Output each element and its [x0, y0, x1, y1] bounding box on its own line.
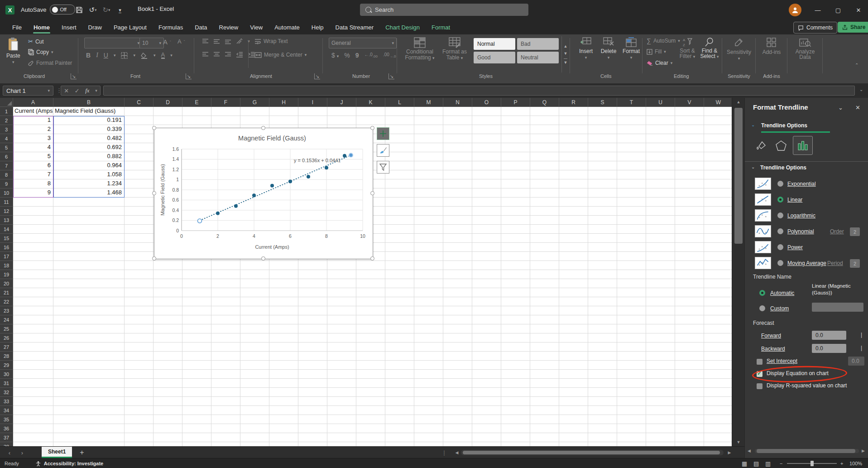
grid-cell[interactable]	[13, 361, 53, 370]
grid-cell[interactable]	[385, 379, 414, 388]
grid-cell[interactable]	[125, 279, 153, 288]
grid-cell[interactable]	[125, 288, 153, 297]
grid-cell[interactable]	[414, 306, 443, 315]
alignment-dialog-launcher[interactable]: ↘	[314, 73, 320, 79]
grid-cell[interactable]	[153, 397, 182, 406]
ribbon-tab-automate[interactable]: Automate	[269, 20, 306, 34]
grid-cell[interactable]	[385, 361, 414, 370]
grid-cell[interactable]	[53, 361, 125, 370]
grid-cell[interactable]	[211, 279, 240, 288]
grid-cell[interactable]	[588, 243, 617, 252]
grid-cell[interactable]	[472, 116, 501, 125]
grid-cell[interactable]	[646, 343, 675, 352]
grid-cell[interactable]	[13, 397, 53, 406]
grid-cell[interactable]	[617, 333, 646, 343]
grid-cell[interactable]	[298, 424, 327, 433]
grid-cell[interactable]	[414, 324, 443, 333]
grid-cell[interactable]	[617, 297, 646, 306]
grid-cell[interactable]: 2	[13, 125, 53, 134]
grid-cell[interactable]	[385, 234, 414, 243]
grid-cell[interactable]	[646, 370, 675, 379]
underline-button[interactable]: U	[104, 52, 108, 59]
grid-cell[interactable]	[298, 297, 327, 306]
grid-cell[interactable]	[559, 442, 588, 446]
set-intercept-label[interactable]: Set Intercept	[767, 358, 797, 364]
grid-cell[interactable]	[53, 225, 125, 234]
grid-cell[interactable]	[704, 288, 732, 297]
horizontal-scroll-thumb[interactable]	[463, 451, 720, 454]
grid-cell[interactable]	[472, 343, 501, 352]
grid-cell[interactable]	[704, 207, 732, 216]
grid-cell[interactable]	[501, 198, 530, 207]
grid-cell[interactable]	[327, 116, 356, 125]
grid-cell[interactable]	[501, 397, 530, 406]
grid-cell[interactable]	[559, 234, 588, 243]
grid-cell[interactable]	[559, 379, 588, 388]
grid-cell[interactable]	[53, 216, 125, 225]
grid-cell[interactable]	[125, 424, 153, 433]
align-right-icon[interactable]	[225, 52, 231, 58]
grid-cell[interactable]	[327, 370, 356, 379]
grid-cell[interactable]	[559, 352, 588, 361]
grid-cell[interactable]	[472, 442, 501, 446]
grid-cell[interactable]	[675, 388, 704, 397]
grid-cell[interactable]	[269, 415, 298, 424]
bold-button[interactable]: B	[86, 52, 91, 59]
grid-cell[interactable]	[211, 424, 240, 433]
search-box[interactable]: Search	[360, 4, 528, 16]
grid-cell[interactable]	[240, 442, 269, 446]
grid-cell[interactable]	[530, 361, 559, 370]
format-cells-button[interactable]: Format▾	[621, 37, 641, 60]
grid-cell[interactable]	[704, 216, 732, 225]
grid-cell[interactable]	[125, 324, 153, 333]
grid-cell[interactable]	[53, 288, 125, 297]
chart-filters-button[interactable]	[377, 161, 389, 174]
grid-cell[interactable]	[617, 216, 646, 225]
grid-cell[interactable]	[53, 297, 125, 306]
row-header-17[interactable]: 17	[0, 252, 13, 261]
grid-cell[interactable]	[646, 424, 675, 433]
grid-cell[interactable]	[646, 279, 675, 288]
cell-style-neutral[interactable]: Neutral	[517, 52, 559, 63]
grid-cell[interactable]	[443, 324, 472, 333]
grid-cell[interactable]	[675, 170, 704, 179]
grid-cell[interactable]	[356, 433, 385, 442]
grid-cell[interactable]	[414, 442, 443, 446]
grid-cell[interactable]	[13, 442, 53, 446]
grid-cell[interactable]	[269, 361, 298, 370]
grid-cell[interactable]	[327, 397, 356, 406]
grid-cell[interactable]	[182, 397, 211, 406]
grid-cell[interactable]	[240, 270, 269, 279]
grid-cell[interactable]	[530, 279, 559, 288]
grid-cell[interactable]	[472, 134, 501, 143]
align-middle-icon[interactable]	[213, 39, 220, 44]
row-header-12[interactable]: 12	[0, 207, 13, 216]
grid-cell[interactable]	[617, 324, 646, 333]
grid-cell[interactable]	[559, 252, 588, 261]
fx-chevron-icon[interactable]: ▾	[95, 88, 97, 93]
column-header-F[interactable]: F	[211, 98, 240, 107]
grid-cell[interactable]	[414, 170, 443, 179]
grid-cell[interactable]	[240, 333, 269, 343]
grid-cell[interactable]	[298, 324, 327, 333]
grid-cell[interactable]	[153, 388, 182, 397]
grid-cell[interactable]	[646, 397, 675, 406]
grid-cell[interactable]	[588, 134, 617, 143]
grid-cell[interactable]	[501, 207, 530, 216]
grid-cell[interactable]	[182, 315, 211, 324]
grid-cell[interactable]	[588, 324, 617, 333]
grid-cell[interactable]	[125, 134, 153, 143]
grid-cell[interactable]	[472, 297, 501, 306]
pane-section-label[interactable]: Trendline Options	[761, 122, 807, 129]
column-header-H[interactable]: H	[269, 98, 298, 107]
name-box[interactable]: Chart 1▾	[3, 86, 53, 96]
grid-cell[interactable]	[13, 379, 53, 388]
grid-cell[interactable]	[240, 315, 269, 324]
grid-cell[interactable]	[501, 143, 530, 152]
font-color-icon[interactable]: A	[161, 52, 165, 59]
grid-cell[interactable]	[182, 116, 211, 125]
grid-cell[interactable]	[704, 198, 732, 207]
grid-cell[interactable]	[617, 234, 646, 243]
grid-cell[interactable]	[472, 288, 501, 297]
grid-cell[interactable]	[617, 433, 646, 442]
